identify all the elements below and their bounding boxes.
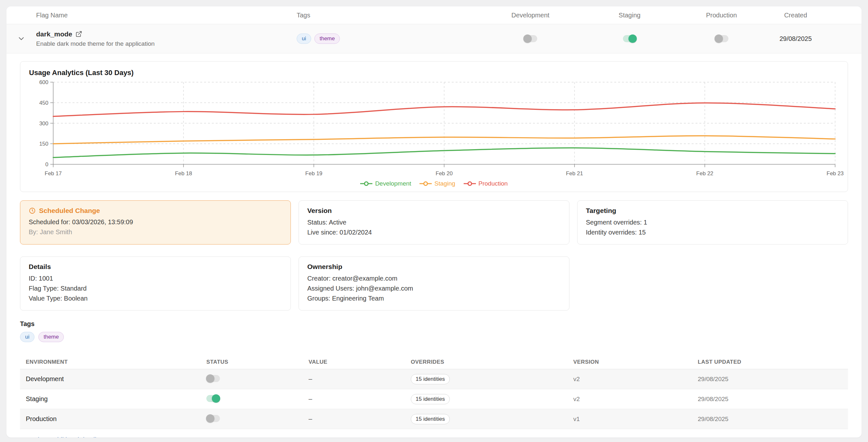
usage-chart: 0150300450600Feb 17Feb 18Feb 19Feb 20Feb…: [29, 79, 839, 179]
column-header-flag-name: Flag Name: [36, 11, 297, 19]
svg-text:Feb 21: Feb 21: [566, 170, 583, 176]
show-additional-details-link[interactable]: Show additional details: [24, 436, 100, 438]
targeting-card: Targeting Segment overrides: 1Identity o…: [577, 200, 848, 244]
flag-name: dark_mode: [36, 30, 72, 38]
flag-list-header: Flag Name Tags Development Staging Produ…: [6, 6, 862, 24]
column-header-created: Created: [758, 11, 834, 19]
card-line: Creator: creator@example.com: [307, 274, 561, 283]
card-line: Groups: Engineering Team: [307, 294, 561, 303]
svg-text:600: 600: [39, 79, 49, 86]
svg-text:450: 450: [39, 100, 49, 106]
svg-text:Feb 19: Feb 19: [305, 170, 322, 176]
column-header-staging: Staging: [574, 11, 685, 19]
version-card: Version Status: ActiveLive since: 01/02/…: [299, 200, 569, 244]
tags-section-title: Tags: [20, 320, 862, 328]
legend-label: Production: [478, 180, 508, 187]
ownership-card-title: Ownership: [307, 262, 561, 271]
overrides-badge[interactable]: 15 identities: [411, 414, 450, 424]
overrides-badge[interactable]: 15 identities: [411, 394, 450, 404]
environments-table-header: ENVIRONMENT STATUS VALUE OVERRIDES VERSI…: [20, 355, 848, 369]
flag-created-date: 29/08/2025: [758, 35, 834, 42]
flag-description: Enable dark mode theme for the applicati…: [36, 40, 297, 47]
environment-version: v2: [573, 376, 698, 383]
toggle-knob: [206, 414, 214, 423]
environment-last-updated: 29/08/2025: [698, 376, 848, 383]
legend-label: Development: [375, 180, 411, 187]
ownership-card: Ownership Creator: creator@example.comAs…: [299, 257, 569, 311]
toggle-knob: [628, 34, 637, 43]
card-line: Identity overrides: 15: [586, 228, 839, 237]
legend-line-icon: [420, 181, 432, 186]
overrides-badge[interactable]: 15 identities: [411, 374, 450, 384]
card-line: Assigned Users: john@example.com: [307, 284, 561, 293]
legend-item-production: Production: [464, 180, 508, 187]
details-card-title: Details: [29, 262, 282, 271]
card-line: Segment overrides: 1: [586, 218, 839, 227]
flag-tags: uitheme: [297, 34, 487, 44]
summary-cards-row: Scheduled Change Scheduled for: 03/03/20…: [20, 200, 848, 244]
environment-last-updated: 29/08/2025: [698, 416, 848, 423]
card-line: Live since: 01/02/2024: [307, 228, 561, 237]
legend-label: Staging: [434, 180, 455, 187]
environment-version: v2: [573, 396, 698, 403]
staging-status-toggle[interactable]: [206, 395, 220, 402]
card-line: Flag Type: Standard: [29, 284, 282, 293]
environment-last-updated: 29/08/2025: [698, 396, 848, 403]
chart-legend: DevelopmentStagingProduction: [29, 180, 839, 187]
external-link-icon[interactable]: [75, 31, 82, 37]
tag-ui[interactable]: ui: [297, 34, 311, 44]
development-toggle[interactable]: [524, 35, 537, 42]
targeting-card-title: Targeting: [586, 206, 839, 215]
toggle-knob: [715, 34, 723, 43]
collapse-row-chevron-icon[interactable]: [17, 34, 26, 43]
card-line: Value Type: Boolean: [29, 294, 282, 303]
environment-version: v1: [573, 416, 698, 423]
production-toggle[interactable]: [715, 35, 728, 42]
env-column-value: VALUE: [309, 359, 411, 365]
env-column-overrides: OVERRIDES: [411, 359, 573, 365]
scheduled-by-text: By: Jane Smith: [29, 228, 282, 236]
svg-text:0: 0: [45, 161, 49, 168]
svg-text:300: 300: [39, 121, 49, 127]
chart-title: Usage Analytics (Last 30 Days): [29, 69, 839, 77]
svg-text:Feb 23: Feb 23: [827, 170, 844, 176]
environment-value: –: [309, 395, 411, 403]
env-column-last-updated: LAST UPDATED: [698, 359, 848, 365]
detail-cards-row: Details ID: 1001Flag Type: StandardValue…: [20, 257, 848, 311]
legend-item-development: Development: [360, 180, 411, 187]
svg-text:Feb 20: Feb 20: [436, 170, 453, 176]
card-line: Status: Active: [307, 218, 561, 227]
svg-text:Feb 22: Feb 22: [696, 170, 713, 176]
legend-line-icon: [360, 181, 372, 186]
staging-toggle[interactable]: [623, 35, 637, 42]
scheduled-for-text: Scheduled for: 03/03/2026, 13:59:09: [29, 218, 282, 227]
tag-theme[interactable]: theme: [38, 332, 64, 342]
environment-name: Staging: [26, 395, 206, 403]
tags-section-pills: uitheme: [20, 332, 862, 342]
version-card-title: Version: [307, 206, 561, 215]
environment-name: Development: [26, 375, 206, 383]
tag-ui[interactable]: ui: [20, 332, 34, 342]
tag-theme[interactable]: theme: [314, 34, 340, 44]
flag-row: dark_mode Enable dark mode theme for the…: [6, 24, 862, 54]
clock-icon: [29, 207, 36, 214]
feature-flag-page: Flag Name Tags Development Staging Produ…: [0, 0, 868, 442]
environment-name: Production: [26, 415, 206, 423]
series-line-staging: [53, 136, 835, 144]
env-column-version: VERSION: [573, 359, 698, 365]
development-status-toggle[interactable]: [206, 375, 220, 382]
environments-table: ENVIRONMENT STATUS VALUE OVERRIDES VERSI…: [20, 355, 848, 429]
env-column-status: STATUS: [206, 359, 309, 365]
tags-section: Tags uitheme: [20, 320, 862, 342]
legend-item-staging: Staging: [420, 180, 455, 187]
toggle-knob: [523, 34, 532, 43]
chevron-right-icon: [24, 437, 30, 438]
details-card: Details ID: 1001Flag Type: StandardValue…: [20, 257, 291, 311]
column-header-tags: Tags: [297, 11, 487, 19]
scheduled-change-title: Scheduled Change: [39, 206, 100, 215]
svg-text:150: 150: [39, 141, 49, 147]
usage-analytics-panel: Usage Analytics (Last 30 Days) 015030045…: [20, 61, 848, 192]
production-status-toggle[interactable]: [206, 415, 220, 422]
show-additional-details-label: Show additional details: [34, 436, 100, 438]
env-column-environment: ENVIRONMENT: [26, 359, 206, 365]
